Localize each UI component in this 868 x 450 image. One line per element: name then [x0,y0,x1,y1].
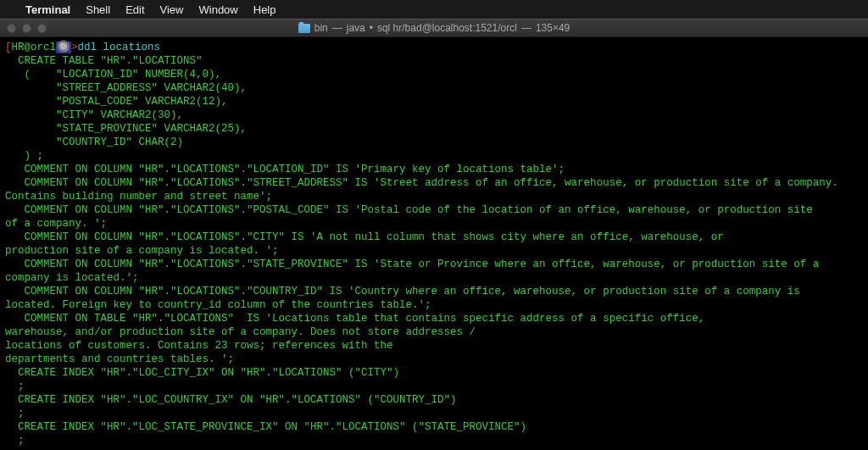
prompt-close: > [71,42,78,53]
zoom-button[interactable] [37,24,47,33]
prompt-extra-icon: 🔘 [56,42,71,53]
title-proc: java [347,22,365,34]
output-line: "STREET_ADDRESS" VARCHAR2(40), [5,81,863,95]
terminal-viewport[interactable]: [HR@orcl🔘>ddl locations CREATE TABLE "HR… [0,37,868,450]
output-line: ; [5,380,863,393]
output-line: COMMENT ON COLUMN "HR"."LOCATIONS"."STAT… [5,258,863,271]
traffic-lights [7,24,47,33]
output-line: located. Foreign key to country_id colum… [5,298,863,312]
output-line: company is located.'; [5,271,863,285]
output-line: COMMENT ON TABLE "HR"."LOCATIONS" IS 'Lo… [5,312,863,325]
output-line: ( "LOCATION_ID" NUMBER(4,0), [5,68,863,81]
prompt-user: HR [12,42,25,53]
output-line: "CITY" VARCHAR2(30), [5,108,863,122]
prompt-command: ddl locations [78,42,161,53]
output-line: COMMENT ON COLUMN "HR"."LOCATIONS"."STRE… [5,176,863,190]
minimize-button[interactable] [22,24,31,33]
title-sep1: — [332,22,342,34]
output-line: COMMENT ON COLUMN "HR"."LOCATIONS"."POST… [5,203,863,217]
output-line: CREATE INDEX "HR"."LOC_STATE_PROVINCE_IX… [5,420,863,434]
title-sep3: — [521,22,531,34]
output-line: COMMENT ON COLUMN "HR"."LOCATIONS"."CITY… [5,231,863,244]
output-line: "POSTAL_CODE" VARCHAR2(12), [5,95,863,108]
terminal-window: bin — java • sql hr/bad@localhost:1521/o… [0,19,868,450]
output-line: locations of customers. Contains 23 rows… [5,339,863,353]
output-line: ) ; [5,149,863,163]
output-line: COMMENT ON COLUMN "HR"."LOCATIONS"."LOCA… [5,163,863,176]
output-line: warehouse, and/or production site of a c… [5,325,863,339]
title-dims: 135×49 [536,22,570,34]
menu-edit[interactable]: Edit [125,3,144,16]
output-line: of a company. '; [5,217,863,231]
title-dbinfo: sql hr/bad@localhost:1521/orcl [377,22,517,34]
folder-icon [298,24,310,33]
output-line: production site of a company is located.… [5,244,863,258]
prompt-bracket-open: [ [5,42,12,53]
output-line: COMMENT ON COLUMN "HR"."LOCATIONS"."COUN… [5,285,863,298]
title-folder: bin [314,22,328,34]
output-line: departments and countries tables. '; [5,353,863,366]
menu-app-name[interactable]: Terminal [25,3,70,16]
window-title: bin — java • sql hr/bad@localhost:1521/o… [7,22,861,34]
window-titlebar[interactable]: bin — java • sql hr/bad@localhost:1521/o… [0,19,868,37]
menu-help[interactable]: Help [253,3,276,16]
output-line: CREATE TABLE "HR"."LOCATIONS" [5,54,863,68]
menu-window[interactable]: Window [199,3,238,16]
prompt-host: orcl [31,42,56,53]
output-line: Contains building number and street name… [5,190,863,203]
output-line: "STATE_PROVINCE" VARCHAR2(25), [5,122,863,136]
prompt-at: @ [25,42,31,53]
output-line: CREATE INDEX "HR"."LOC_COUNTRY_IX" ON "H… [5,393,863,407]
menu-shell[interactable]: Shell [86,3,110,16]
output-line: ; [5,407,863,420]
macos-menubar: Terminal Shell Edit View Window Help [0,0,868,19]
menu-view[interactable]: View [160,3,184,16]
output-line: CREATE INDEX "HR"."LOC_CITY_IX" ON "HR".… [5,366,863,380]
close-button[interactable] [7,24,16,33]
output-line: ; [5,434,863,447]
title-sep2: • [370,22,373,34]
terminal-output: CREATE TABLE "HR"."LOCATIONS" ( "LOCATIO… [5,54,863,447]
output-line: "COUNTRY_ID" CHAR(2) [5,136,863,149]
